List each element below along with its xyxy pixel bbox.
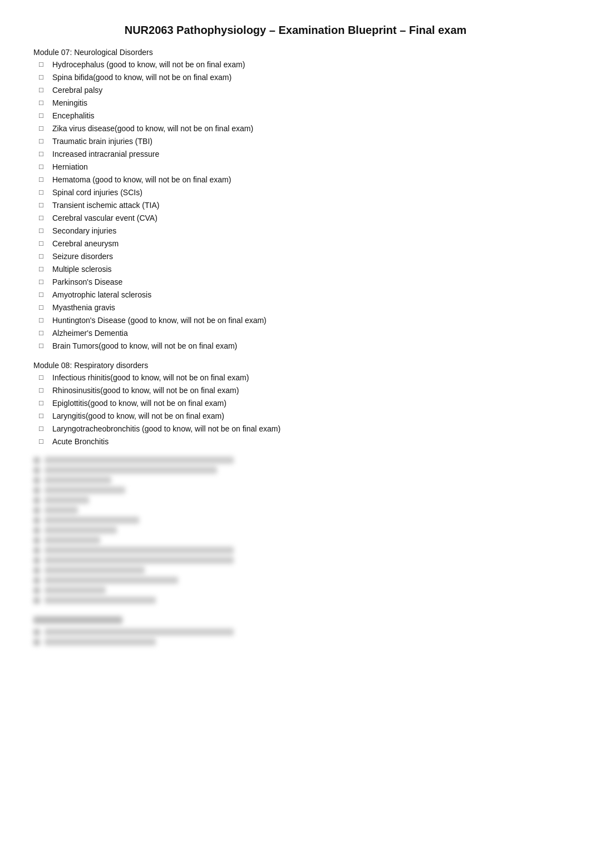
list-item: □Acute Bronchitis [39,436,558,448]
bullet-icon: □ [39,110,48,121]
list-item: □Cerebral palsy [39,85,558,96]
bullet-icon: □ [39,238,48,249]
bullet-icon: □ [39,302,48,313]
list-item: □Alzheimer's Dementia [39,328,558,339]
bullet-icon: □ [39,174,48,185]
bullet-icon: □ [39,97,48,108]
list-item: □Transient ischemic attack (TIA) [39,200,558,211]
bullet-icon: □ [39,436,48,447]
list-item: □Spinal cord injuries (SCIs) [39,187,558,199]
bullet-icon: □ [39,136,48,147]
bullet-icon: □ [39,187,48,198]
list-item: □Epiglottitis(good to know, will not be … [39,398,558,409]
bullet-icon: □ [39,328,48,339]
bullet-icon: □ [39,161,48,172]
list-item: □Meningitis [39,97,558,109]
module-07-section: Module 07: Neurological Disorders □Hydro… [33,48,558,352]
module-08-section: Module 08: Respiratory disorders □Infect… [33,361,558,448]
list-item: □Cerebral vascular event (CVA) [39,212,558,224]
list-item: □Laryngitis(good to know, will not be on… [39,410,558,422]
list-item: □Myasthenia gravis [39,302,558,314]
bullet-icon: □ [39,276,48,287]
bullet-icon: □ [39,423,48,434]
list-item: □Herniation [39,161,558,173]
list-item: □Laryngotracheobronchitis (good to know,… [39,423,558,435]
bullet-icon: □ [39,251,48,262]
list-item: □Hydrocephalus (good to know, will not b… [39,59,558,71]
bullet-icon: □ [39,289,48,300]
bullet-icon: □ [39,123,48,134]
list-item: □Parkinson's Disease [39,276,558,288]
bullet-icon: □ [39,315,48,326]
module-07-heading: Module 07: Neurological Disorders [33,48,558,57]
bullet-icon: □ [39,340,48,351]
list-item: □Cerebral aneurysm [39,238,558,250]
blurred-content [33,457,558,604]
list-item: □Spina bifida(good to know, will not be … [39,72,558,83]
list-item: □Huntington's Disease (good to know, wil… [39,315,558,326]
list-item: □Traumatic brain injuries (TBI) [39,136,558,147]
bullet-icon: □ [39,225,48,236]
bullet-icon: □ [39,372,48,383]
list-item: □Multiple sclerosis [39,264,558,275]
bullet-icon: □ [39,385,48,396]
list-item: □Secondary injuries [39,225,558,237]
bullet-icon: □ [39,148,48,160]
list-item: □Increased intracranial pressure [39,148,558,160]
bullet-icon: □ [39,410,48,421]
bullet-icon: □ [39,264,48,275]
bullet-icon: □ [39,200,48,211]
module-08-list: □Infectious rhinitis(good to know, will … [33,372,558,448]
bullet-icon: □ [39,398,48,409]
list-item: □Hematoma (good to know, will not be on … [39,174,558,186]
list-item: □Encephalitis [39,110,558,122]
bullet-icon: □ [39,212,48,224]
module-08-heading: Module 08: Respiratory disorders [33,361,558,370]
module-07-list: □Hydrocephalus (good to know, will not b… [33,59,558,352]
bullet-icon: □ [39,85,48,96]
page-title: NUR2063 Pathophysiology – Examination Bl… [33,22,558,38]
list-item: □Amyotrophic lateral sclerosis [39,289,558,301]
blurred-module-09 [33,616,558,646]
list-item: □Brain Tumors(good to know, will not be … [39,340,558,352]
bullet-icon: □ [39,59,48,70]
list-item: □Infectious rhinitis(good to know, will … [39,372,558,384]
list-item: □Seizure disorders [39,251,558,262]
bullet-icon: □ [39,72,48,83]
list-item: □Zika virus disease(good to know, will n… [39,123,558,135]
list-item: □Rhinosinusitis(good to know, will not b… [39,385,558,396]
